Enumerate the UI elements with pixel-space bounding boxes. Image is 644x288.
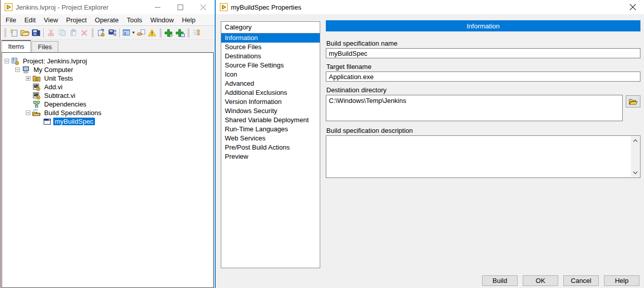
scroll-up-icon[interactable] bbox=[631, 136, 639, 145]
category-item-pre-post-build-actions[interactable]: Pre/Post Build Actions bbox=[221, 143, 320, 152]
help-button[interactable]: Help bbox=[604, 275, 639, 286]
dialog-titlebar[interactable]: myBuildSpec Properties bbox=[216, 0, 644, 14]
tree-row[interactable]: myBuildSpec bbox=[2, 117, 213, 126]
tree-expander-icon[interactable]: − bbox=[5, 59, 9, 63]
build-specifications-icon bbox=[32, 109, 41, 117]
category-item-web-services[interactable]: Web Services bbox=[221, 134, 320, 143]
menu-project[interactable]: Project bbox=[62, 15, 90, 25]
dialog-close-button[interactable] bbox=[621, 0, 644, 14]
explorer-titlebar[interactable]: Jenkins.lvproj - Project Explorer bbox=[1, 0, 215, 14]
close-button[interactable] bbox=[192, 0, 215, 14]
minimize-button[interactable] bbox=[146, 0, 169, 14]
menu-window[interactable]: Window bbox=[146, 15, 178, 25]
menu-view[interactable]: View bbox=[40, 15, 62, 25]
category-item-source-file-settings[interactable]: Source File Settings bbox=[221, 61, 320, 70]
target-filename-input[interactable] bbox=[326, 71, 640, 82]
tree-item-label[interactable]: Subtract.vi bbox=[43, 92, 77, 99]
category-item-shared-variable-deployment[interactable]: Shared Variable Deployment bbox=[221, 116, 320, 125]
tree-item-label[interactable]: Unit Tests bbox=[43, 75, 75, 82]
tree-row[interactable]: + Unit Tests bbox=[2, 74, 213, 83]
toolbar-grip bbox=[92, 28, 93, 38]
section-header: Information bbox=[326, 20, 640, 31]
tab-files[interactable]: Files bbox=[31, 41, 58, 52]
toolbar-separator bbox=[119, 28, 120, 38]
tab-items[interactable]: Items bbox=[2, 40, 31, 52]
save-all-icon[interactable] bbox=[30, 27, 42, 39]
screen: Jenkins.lvproj - Project Explorer File E… bbox=[0, 0, 644, 288]
category-item-preview[interactable]: Preview bbox=[221, 152, 320, 161]
tree-expander-icon[interactable]: − bbox=[26, 111, 30, 115]
category-item-destinations[interactable]: Destinations bbox=[221, 52, 320, 61]
resolve-conflicts-icon[interactable] bbox=[135, 27, 147, 39]
toolbar-grip bbox=[5, 28, 6, 38]
menu-help[interactable]: Help bbox=[178, 15, 199, 25]
tree-row[interactable]: Subtract.vi bbox=[2, 91, 213, 100]
export-build-icon[interactable] bbox=[95, 27, 107, 39]
menu-tools[interactable]: Tools bbox=[123, 15, 146, 25]
scroll-down-icon[interactable] bbox=[631, 168, 639, 177]
category-item-information[interactable]: Information bbox=[221, 33, 320, 43]
tree-item-label[interactable]: My Computer bbox=[32, 66, 75, 74]
copy-icon bbox=[56, 27, 67, 39]
build-spec-name-input[interactable] bbox=[326, 48, 640, 58]
toolbar-grip bbox=[188, 28, 189, 38]
destination-directory-input[interactable]: C:\Windows\Temp\Jenkins bbox=[326, 95, 623, 121]
category-item-additional-exclusions[interactable]: Additional Exclusions bbox=[221, 88, 320, 97]
category-item-version-information[interactable]: Version Information bbox=[221, 97, 320, 106]
dialog-title: myBuildSpec Properties bbox=[231, 4, 301, 11]
tree-item-label[interactable]: Add.vi bbox=[43, 83, 64, 91]
tree-row[interactable]: Add.vi bbox=[2, 83, 213, 91]
tree-row[interactable]: Dependencies bbox=[2, 100, 213, 109]
browse-button[interactable] bbox=[626, 95, 640, 107]
tree-item-label[interactable]: Build Specifications bbox=[43, 109, 103, 117]
project-icon bbox=[11, 57, 19, 65]
ok-button[interactable]: OK bbox=[523, 275, 558, 286]
vi-icon bbox=[32, 83, 41, 91]
project-explorer-window: Jenkins.lvproj - Project Explorer File E… bbox=[0, 0, 215, 288]
project-tree: − Project: Jenkins.lvproj − My Computer … bbox=[2, 52, 214, 288]
tree-item-label[interactable]: Dependencies bbox=[43, 100, 88, 108]
cut-icon bbox=[45, 27, 56, 39]
vi-icon bbox=[32, 92, 41, 100]
build-spec-description-label: Build specification description bbox=[326, 127, 413, 134]
category-listbox: Category Information Source Files Destin… bbox=[221, 21, 320, 268]
dropdown-caret-icon[interactable]: ▼ bbox=[131, 30, 135, 35]
build-spec-description-input[interactable] bbox=[326, 135, 640, 178]
paste-icon bbox=[67, 27, 79, 39]
category-item-icon[interactable]: Icon bbox=[221, 70, 320, 79]
maximize-button[interactable] bbox=[169, 0, 192, 14]
buildspec-properties-dialog: myBuildSpec Properties Category Informat… bbox=[215, 0, 644, 288]
unit-tests-folder-icon bbox=[32, 75, 41, 83]
toolbar-separator bbox=[43, 28, 44, 38]
labview-app-icon bbox=[220, 3, 228, 11]
tree-row[interactable]: − Project: Jenkins.lvproj bbox=[2, 57, 213, 65]
delete-icon bbox=[79, 27, 90, 39]
open-project-icon[interactable] bbox=[19, 27, 30, 39]
new-vi-icon[interactable] bbox=[8, 27, 19, 39]
tree-item-label[interactable]: Project: Jenkins.lvproj bbox=[21, 57, 88, 65]
menu-operate[interactable]: Operate bbox=[91, 15, 123, 25]
add-item-icon[interactable] bbox=[163, 27, 175, 39]
category-item-source-files[interactable]: Source Files bbox=[221, 43, 320, 52]
tree-row[interactable]: − My Computer bbox=[2, 65, 213, 74]
tree-expander-icon[interactable]: − bbox=[15, 67, 20, 72]
build-button[interactable]: Build bbox=[482, 275, 518, 286]
window-view-icon[interactable] bbox=[121, 27, 132, 39]
category-item-advanced[interactable]: Advanced bbox=[221, 79, 320, 88]
save-hierarchy-icon[interactable] bbox=[107, 27, 118, 39]
explorer-window-title: Jenkins.lvproj - Project Explorer bbox=[16, 4, 109, 11]
tree-expander-icon[interactable]: + bbox=[26, 76, 30, 81]
add-target-icon[interactable] bbox=[175, 27, 186, 39]
warning-icon[interactable] bbox=[147, 27, 158, 39]
description-scrollbar[interactable] bbox=[631, 136, 639, 177]
category-item-run-time-languages[interactable]: Run-Time Languages bbox=[221, 125, 320, 134]
menu-edit[interactable]: Edit bbox=[20, 15, 40, 25]
tree-item-label-selected[interactable]: myBuildSpec bbox=[53, 118, 95, 125]
menu-file[interactable]: File bbox=[2, 15, 20, 25]
cancel-button[interactable]: Cancel bbox=[563, 275, 599, 286]
category-item-windows-security[interactable]: Windows Security bbox=[221, 106, 320, 116]
explorer-tabs: Items Files bbox=[1, 40, 215, 52]
list-options-icon[interactable] bbox=[191, 27, 202, 39]
tree-row[interactable]: − Build Specifications bbox=[2, 109, 213, 117]
build-spec-name-label: Build specification name bbox=[326, 40, 397, 47]
